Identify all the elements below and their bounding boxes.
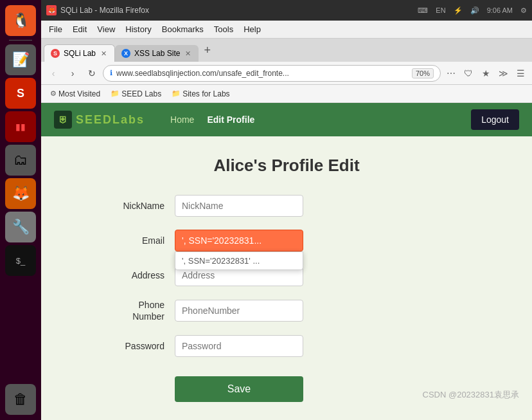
bookmark-star-button[interactable]: 🛡 — [461, 66, 476, 81]
dock-icon-settings[interactable]: 🔧 — [5, 212, 36, 242]
browser-window: 🦊 SQLi Lab - Mozilla Firefox ⌨ EN ⚡ 🔊 9:… — [41, 0, 532, 420]
dock-icon-seed[interactable]: S — [5, 78, 36, 109]
logo-shield-icon: ⛨ — [54, 111, 72, 129]
nickname-input[interactable] — [175, 195, 303, 217]
forward-button[interactable]: › — [64, 65, 81, 82]
profile-form-container: Alice's Profile Edit NickName Email ', S… — [62, 136, 511, 420]
profile-title: Alice's Profile Edit — [87, 156, 486, 176]
menu-history[interactable]: History — [120, 22, 156, 37]
volume-icon: 🔊 — [470, 6, 479, 15]
tab-xss-label: XSS Lab Site — [134, 49, 180, 58]
back-button[interactable]: ‹ — [45, 65, 62, 82]
dock-icon-text-editor[interactable]: 📝 — [5, 44, 36, 75]
ubuntu-dock: 🐧 📝 S ▮▮ 🗂 🦊 🔧 $_ 🗑 — [0, 0, 41, 420]
titlebar-controls: ⌨ EN ⚡ 🔊 9:06 AM ⚙ — [418, 6, 527, 15]
dock-icon-ubuntu[interactable]: 🐧 — [5, 5, 36, 36]
secure-icon: ℹ — [110, 69, 112, 77]
address-label: Address — [87, 270, 164, 280]
navbar: ‹ › ↻ ℹ www.seedlabsqlinjection.com/unsa… — [41, 62, 532, 85]
bookmark-most-visited[interactable]: ⚙ Most Visited — [46, 88, 104, 100]
logo-labs: Labs — [112, 113, 145, 126]
nickname-label: NickName — [87, 201, 164, 211]
sites-for-labs-label: Sites for Labs — [182, 89, 229, 98]
site-header: ⛨ SEEDLabs Home Edit Profile Logout — [41, 103, 532, 136]
keyboard-icon: ⌨ — [418, 6, 428, 15]
password-input[interactable] — [175, 335, 303, 357]
form-row-email: Email ', SSN='20232831' ... — [87, 230, 486, 251]
new-tab-button[interactable]: + — [199, 41, 216, 60]
dock-icon-trash[interactable]: 🗑 — [5, 384, 36, 415]
seed-labs-label: SEED Labs — [121, 89, 161, 98]
logout-button[interactable]: Logout — [471, 109, 519, 130]
sqli-tab-icon: S — [51, 49, 60, 58]
form-row-password: Password — [87, 335, 486, 357]
sites-for-labs-folder-icon: 📁 — [172, 89, 181, 98]
site-nav: Home Edit Profile — [157, 114, 458, 125]
password-label: Password — [87, 341, 164, 351]
nav-edit-profile[interactable]: Edit Profile — [207, 114, 254, 125]
titlebar: 🦊 SQLi Lab - Mozilla Firefox ⌨ EN ⚡ 🔊 9:… — [41, 0, 532, 21]
seed-labs-folder-icon: 📁 — [111, 89, 120, 98]
zoom-level: 70% — [412, 68, 434, 78]
menu-tools[interactable]: Tools — [209, 22, 238, 37]
logo-seed: SEED — [76, 113, 112, 126]
bluetooth-icon: ⚡ — [454, 6, 463, 15]
menu-file[interactable]: File — [44, 22, 67, 37]
most-visited-icon: ⚙ — [50, 89, 57, 98]
tab-bar: S SQLi Lab ✕ X XSS Lab Site ✕ + — [41, 39, 532, 62]
nav-extra-icons: ⋯ 🛡 ★ ≫ ☰ — [443, 66, 528, 81]
form-row-nickname: NickName — [87, 195, 486, 217]
tab-sqli-close[interactable]: ✕ — [100, 50, 108, 58]
bookmarks-bar: ⚙ Most Visited 📁 SEED Labs 📁 Sites for L… — [41, 85, 532, 103]
phone-input[interactable] — [175, 300, 303, 322]
site-logo: ⛨ SEEDLabs — [54, 111, 145, 129]
xss-tab-icon: X — [121, 49, 130, 58]
autocomplete-dropdown: ', SSN='20232831' ... — [175, 251, 303, 270]
menubar: File Edit View History Bookmarks Tools H… — [41, 21, 532, 39]
tab-xss-close[interactable]: ✕ — [184, 50, 192, 58]
firefox-icon: 🦊 — [46, 5, 57, 15]
dock-icon-terminal-red[interactable]: ▮▮ — [5, 111, 36, 142]
hamburger-menu[interactable]: ☰ — [513, 66, 528, 81]
most-visited-label: Most Visited — [58, 89, 100, 98]
system-menu-icon[interactable]: ⚙ — [520, 6, 527, 15]
lang-indicator: EN — [436, 6, 445, 14]
email-label: Email — [87, 235, 164, 246]
menu-bookmarks[interactable]: Bookmarks — [157, 22, 209, 37]
url-text: www.seedlabsqlinjection.com/unsafe_edit_… — [116, 69, 408, 78]
menu-help[interactable]: Help — [238, 22, 266, 37]
nav-home[interactable]: Home — [170, 114, 194, 125]
clock: 9:06 AM — [487, 6, 513, 14]
bookmark-sites-for-labs[interactable]: 📁 Sites for Labs — [168, 88, 233, 100]
phone-label: PhoneNumber — [87, 299, 164, 322]
web-content: ⛨ SEEDLabs Home Edit Profile Logout Alic… — [41, 103, 532, 420]
tab-sqli-label: SQLi Lab — [64, 49, 96, 58]
email-input[interactable] — [175, 230, 303, 251]
watermark: CSDN @20232831袁思承 — [423, 389, 519, 401]
bookmark-seed-labs[interactable]: 📁 SEED Labs — [107, 88, 165, 100]
logo-text: SEEDLabs — [76, 113, 145, 127]
menu-edit[interactable]: Edit — [67, 22, 92, 37]
reload-button[interactable]: ↻ — [84, 65, 100, 82]
more-button[interactable]: ⋯ — [443, 66, 459, 81]
dock-separator — [9, 40, 32, 41]
dock-icon-terminal[interactable]: $_ — [5, 245, 36, 276]
save-button[interactable]: Save — [175, 376, 303, 402]
form-row-phone: PhoneNumber — [87, 299, 486, 322]
sidebar-toggle[interactable]: ≫ — [495, 66, 511, 81]
tab-sqli-lab[interactable]: S SQLi Lab ✕ — [44, 44, 115, 62]
dock-icon-files[interactable]: 🗂 — [5, 145, 36, 176]
menu-view[interactable]: View — [92, 22, 120, 37]
autocomplete-item[interactable]: ', SSN='20232831' ... — [175, 252, 303, 269]
dock-icon-firefox[interactable]: 🦊 — [5, 178, 36, 209]
url-bar[interactable]: ℹ www.seedlabsqlinjection.com/unsafe_edi… — [103, 65, 441, 82]
window-title: SQLi Lab - Mozilla Firefox — [60, 6, 418, 15]
bookmark-add-button[interactable]: ★ — [478, 66, 493, 81]
tab-xss-lab[interactable]: X XSS Lab Site ✕ — [115, 45, 199, 62]
